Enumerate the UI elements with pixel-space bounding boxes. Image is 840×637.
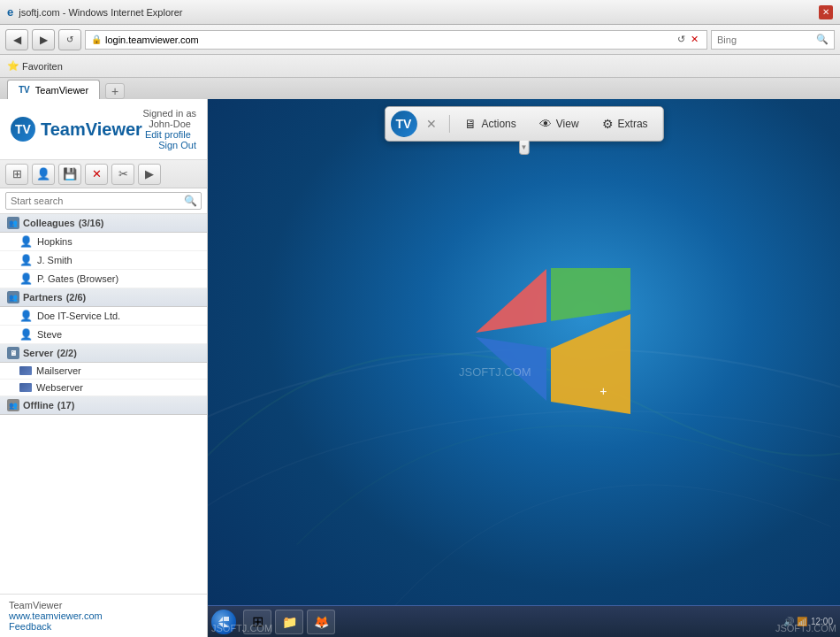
add-contact-button[interactable]: 👤 xyxy=(32,164,55,185)
tv-logo-icon: TV xyxy=(11,117,35,142)
contact-name: Hopkins xyxy=(37,236,73,247)
group-offline[interactable]: 👥 Offline (17) xyxy=(0,396,207,415)
footer-company: TeamViewer xyxy=(9,600,62,610)
address-bar: 🔒 ↺ ✕ xyxy=(85,30,707,50)
group-server[interactable]: 🖥 Server (2/2) xyxy=(0,344,207,363)
toolbar-collapse-button[interactable]: ▼ xyxy=(518,141,529,155)
taskbar-item-firefox[interactable]: 🦊 xyxy=(307,610,335,634)
browser-close-button[interactable]: ✕ xyxy=(819,5,833,19)
windows-desktop: JSOFTJ.COM + ⊞ � xyxy=(208,99,840,637)
bottom-left-watermark: JSOFTJ.COM xyxy=(211,623,272,633)
save-button[interactable]: 💾 xyxy=(58,164,81,185)
contact-j-smith[interactable]: 👤 J. Smith xyxy=(0,251,207,270)
contact-name: Steve xyxy=(37,329,62,340)
back-button[interactable]: ◀ xyxy=(5,29,28,50)
favorites-label: Favoriten xyxy=(22,61,63,72)
tv-logo-button[interactable]: TV xyxy=(390,111,416,137)
star-icon: ⭐ xyxy=(7,60,19,72)
search-icon[interactable]: 🔍 xyxy=(816,34,829,45)
taskbar-item-folder[interactable]: 📁 xyxy=(275,610,303,634)
favorites-button[interactable]: ⭐ Favoriten xyxy=(7,60,63,72)
contact-name: P. Gates (Browser) xyxy=(37,273,118,284)
tv-header: TV TeamViewer Signed in as John-Doe Edit… xyxy=(0,99,207,160)
extras-icon: ⚙ xyxy=(602,117,614,131)
windows-logo xyxy=(467,262,644,439)
refresh-button[interactable]: ↺ xyxy=(58,29,81,50)
contact-icon: 👤 xyxy=(19,235,33,248)
actions-label: Actions xyxy=(481,118,515,130)
address-refresh-icon[interactable]: ↺ xyxy=(677,34,685,45)
contact-steve[interactable]: 👤 Steve xyxy=(0,326,207,344)
view-button[interactable]: 👁 View xyxy=(530,111,589,136)
offline-icon: 👥 xyxy=(7,399,19,411)
remote-toolbar: TV ✕ 🖥 Actions 👁 View ⚙ Extras ▼ xyxy=(384,106,663,142)
tv-search-icon[interactable]: 🔍 xyxy=(180,195,201,207)
signed-in-text: Signed in as John-Doe xyxy=(142,108,196,129)
new-connection-button[interactable]: ⊞ xyxy=(5,164,28,185)
favorites-bar: ⭐ Favoriten xyxy=(0,55,840,78)
group-partners[interactable]: 👥 Partners (2/6) xyxy=(0,288,207,307)
server-webserver[interactable]: Webserver xyxy=(0,380,207,396)
offline-label: Offline xyxy=(23,400,54,411)
sign-out-link[interactable]: Sign Out xyxy=(158,140,196,150)
tv-logo-text: TeamViewer xyxy=(41,119,142,140)
colleagues-icon: 👥 xyxy=(7,217,19,229)
footer-feedback-link[interactable]: Feedback xyxy=(9,621,198,632)
extras-button[interactable]: ⚙ Extras xyxy=(592,111,658,136)
view-label: View xyxy=(556,118,579,130)
browser-titlebar: e jsoftj.com - Windows Internet Explorer… xyxy=(0,0,840,25)
server-name: Webserver xyxy=(36,382,83,393)
footer-website-link[interactable]: www.teamviewer.com xyxy=(9,610,198,621)
colleagues-label: Colleagues xyxy=(23,218,75,228)
browser-toolbar: ◀ ▶ ↺ 🔒 ↺ ✕ 🔍 xyxy=(0,25,840,55)
server-icon xyxy=(19,383,32,392)
contact-name: Doe IT-Service Ltd. xyxy=(37,311,120,321)
contact-hopkins[interactable]: 👤 Hopkins xyxy=(0,233,207,251)
contact-icon: 👤 xyxy=(19,328,33,341)
forward-button[interactable]: ▶ xyxy=(32,29,55,50)
server-group-icon: 🖥 xyxy=(7,347,19,359)
contact-doe-it[interactable]: 👤 Doe IT-Service Ltd. xyxy=(0,307,207,326)
main-layout: TV TeamViewer Signed in as John-Doe Edit… xyxy=(0,99,840,637)
sidebar: TV TeamViewer Signed in as John-Doe Edit… xyxy=(0,99,208,637)
partners-icon: 👥 xyxy=(7,291,19,303)
new-tab-button[interactable]: + xyxy=(105,83,125,99)
properties-button[interactable]: ✂ xyxy=(111,164,134,185)
toolbar-separator xyxy=(448,115,449,133)
view-icon: 👁 xyxy=(539,117,552,131)
offline-count: (17) xyxy=(57,400,75,411)
partners-label: Partners xyxy=(23,292,63,303)
tab-label: TeamViewer xyxy=(35,85,88,96)
group-colleagues[interactable]: 👥 Colleagues (3/16) xyxy=(0,214,207,233)
tv-search-input[interactable] xyxy=(6,193,180,209)
bottom-right-watermark: JSOFTJ.COM xyxy=(775,623,836,633)
server-icon xyxy=(19,366,32,375)
actions-button[interactable]: 🖥 Actions xyxy=(454,111,525,136)
colleagues-count: (3/16) xyxy=(79,218,104,228)
tv-user-info: Signed in as John-Doe Edit profile Sign … xyxy=(142,108,196,150)
contact-p-gates[interactable]: 👤 P. Gates (Browser) xyxy=(0,270,207,288)
cursor: + xyxy=(599,384,607,391)
extras-label: Extras xyxy=(618,118,648,130)
windows-taskbar: ⊞ 📁 🦊 🔊 📶 12:00 xyxy=(208,605,840,637)
address-stop-icon[interactable]: ✕ xyxy=(691,34,699,45)
partners-count: (2/6) xyxy=(66,292,87,303)
start-session-button[interactable]: ▶ xyxy=(138,164,161,185)
contact-name: J. Smith xyxy=(37,255,73,265)
actions-icon: 🖥 xyxy=(464,117,477,131)
lock-icon: 🔒 xyxy=(91,35,102,44)
edit-profile-link[interactable]: Edit profile xyxy=(145,129,191,140)
contact-icon: 👤 xyxy=(19,254,33,266)
delete-button[interactable]: ✕ xyxy=(85,164,108,185)
tab-teamviewer[interactable]: TV TeamViewer xyxy=(7,80,100,99)
remote-close-button[interactable]: ✕ xyxy=(420,112,443,135)
server-mailserver[interactable]: Mailserver xyxy=(0,363,207,380)
svg-point-1 xyxy=(208,411,840,616)
tv-tree: 👥 Colleagues (3/16) 👤 Hopkins 👤 J. Smith… xyxy=(0,214,207,594)
tab-icon: TV xyxy=(19,85,30,95)
server-count: (2/2) xyxy=(57,348,77,358)
tab-bar: TV TeamViewer + xyxy=(0,78,840,99)
search-bar: 🔍 xyxy=(711,30,835,50)
address-input[interactable] xyxy=(105,35,675,45)
search-input[interactable] xyxy=(717,35,816,45)
